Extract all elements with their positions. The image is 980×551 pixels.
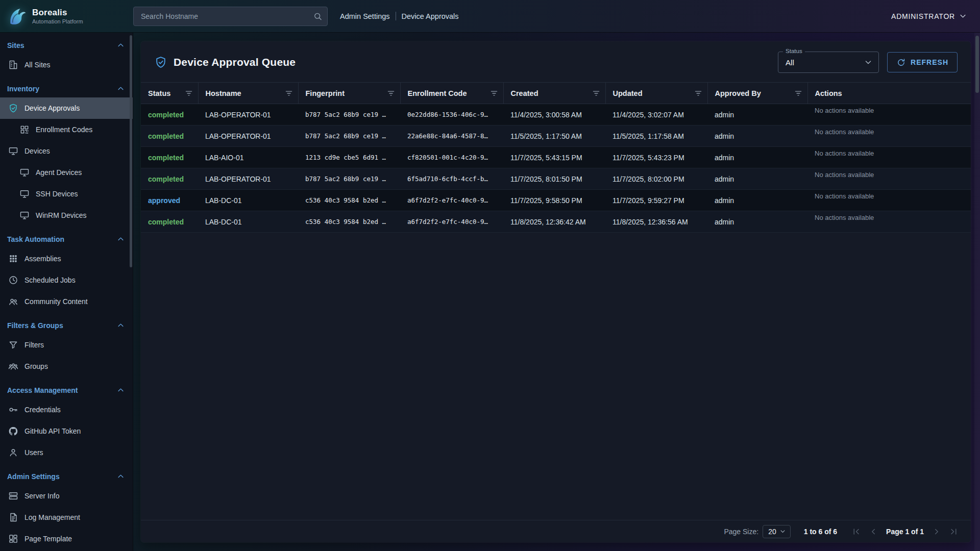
last-page-button[interactable] [946, 524, 962, 539]
sidebar-item-label: Filters [24, 341, 44, 349]
page-size-label: Page Size: [724, 528, 758, 536]
grid-icon [8, 254, 18, 264]
table-row[interactable]: completedLAB-OPERATOR-01b787 5ac2 68b9 c… [141, 126, 971, 147]
column-header-hostname[interactable]: Hostname [198, 83, 298, 104]
table-row[interactable]: completedLAB-OPERATOR-01b787 5ac2 68b9 c… [141, 168, 971, 190]
status-cell: completed [141, 126, 198, 147]
prev-page-button[interactable] [866, 524, 881, 539]
sidebar-item-users[interactable]: Users [0, 442, 133, 463]
sidebar-item-ssh-devices[interactable]: SSH Devices [0, 183, 133, 205]
sidebar-item-label: WinRM Devices [36, 211, 87, 219]
table-header-row: StatusHostnameFingerprintEnrollment Code… [141, 83, 971, 104]
layout-icon [8, 534, 18, 544]
document-icon [8, 512, 18, 522]
filter-list-icon[interactable] [592, 89, 601, 98]
column-header-actions[interactable]: Actions [807, 83, 971, 104]
sidebar-section-admin-settings[interactable]: Admin Settings [0, 466, 133, 485]
column-header-approved-by[interactable]: Approved By [707, 83, 807, 104]
filter-list-icon[interactable] [694, 89, 703, 98]
table-row[interactable]: completedLAB-DC-01c536 40c3 9584 b2ed …a… [141, 211, 971, 233]
enrollment-code-cell: a6f7d2f2-e7fc-40c0-9… [400, 211, 503, 233]
search-input[interactable] [133, 7, 328, 26]
table-row[interactable]: approvedLAB-DC-01c536 40c3 9584 b2ed …a6… [141, 190, 971, 211]
sidebar-item-assemblies[interactable]: Assemblies [0, 248, 133, 269]
sidebar-item-all-sites[interactable]: All Sites [0, 54, 133, 76]
sidebar-item-devices[interactable]: Devices [0, 140, 133, 162]
monitor-icon [19, 189, 30, 199]
column-header-label: Updated [613, 89, 643, 97]
sidebar-item-device-approvals[interactable]: Device Approvals [0, 97, 133, 119]
sidebar-section-filters-groups[interactable]: Filters & Groups [0, 315, 133, 334]
breadcrumb-device-approvals[interactable]: Device Approvals [402, 12, 459, 20]
column-header-status[interactable]: Status [141, 83, 198, 104]
sidebar-section-sites[interactable]: Sites [0, 35, 133, 54]
shell: SitesAll SitesInventoryDevice ApprovalsE… [0, 33, 980, 551]
approved-by-cell: admin [707, 147, 807, 168]
sidebar-item-server-info[interactable]: Server Info [0, 485, 133, 507]
fingerprint-cell: b787 5ac2 68b9 ce19 … [298, 168, 400, 190]
filter-list-icon[interactable] [386, 89, 396, 98]
sidebar-item-scheduled-jobs[interactable]: Scheduled Jobs [0, 269, 133, 291]
actions-cell: No actions available [807, 126, 971, 147]
enrollment-code-cell: 0e22dd86-1536-406c-9… [400, 104, 503, 126]
enrollment-code-cell: 6f5ad710-6cfb-4ccf-b… [400, 168, 503, 190]
created-cell: 11/7/2025, 5:43:15 PM [503, 147, 605, 168]
breadcrumb-admin-settings[interactable]: Admin Settings [340, 12, 390, 20]
filter-list-icon[interactable] [489, 89, 499, 98]
table-row[interactable]: completedLAB-AIO-011213 cd9e cbe5 6d91 …… [141, 147, 971, 168]
sidebar-item-winrm-devices[interactable]: WinRM Devices [0, 205, 133, 226]
brand-text: Borealis Automation Platform [32, 8, 83, 24]
filter-list-icon[interactable] [794, 89, 803, 98]
column-header-created[interactable]: Created [503, 83, 605, 104]
status-cell: completed [141, 168, 198, 190]
funnel-icon [8, 340, 18, 350]
updated-cell: 11/8/2025, 12:36:56 AM [605, 211, 707, 233]
first-page-icon [851, 527, 861, 537]
created-cell: 11/7/2025, 9:58:50 PM [503, 190, 605, 211]
column-header-enrollment-code[interactable]: Enrollment Code [400, 83, 503, 104]
table-body: completedLAB-OPERATOR-01b787 5ac2 68b9 c… [141, 104, 971, 233]
sidebar-section-inventory[interactable]: Inventory [0, 78, 133, 97]
status-filter-select[interactable]: Status All [778, 52, 879, 73]
chevron-up-icon [116, 40, 126, 50]
table-row[interactable]: completedLAB-OPERATOR-01b787 5ac2 68b9 c… [141, 104, 971, 126]
sidebar-section-label: Task Automation [7, 235, 64, 243]
page-scrollbar[interactable] [975, 36, 979, 93]
sidebar-item-label: Assemblies [24, 255, 61, 263]
sidebar-nav: SitesAll SitesInventoryDevice ApprovalsE… [0, 35, 133, 549]
sidebar-section-task-automation[interactable]: Task Automation [0, 229, 133, 248]
user-menu[interactable]: ADMINISTRATOR [891, 11, 980, 21]
updated-cell: 11/7/2025, 9:59:27 PM [605, 190, 707, 211]
approval-table: StatusHostnameFingerprintEnrollment Code… [141, 82, 971, 233]
approved-by-cell: admin [707, 190, 807, 211]
column-header-label: Hostname [206, 89, 241, 97]
sidebar-section-label: Access Management [7, 386, 78, 394]
next-page-button[interactable] [929, 524, 944, 539]
sidebar-item-groups[interactable]: Groups [0, 356, 133, 377]
page-size-select[interactable]: 20 [763, 525, 791, 538]
column-header-fingerprint[interactable]: Fingerprint [298, 83, 400, 104]
filter-list-icon[interactable] [284, 89, 293, 98]
refresh-button[interactable]: REFRESH [887, 52, 958, 72]
sidebar-item-log-management[interactable]: Log Management [0, 507, 133, 528]
sidebar-item-filters[interactable]: Filters [0, 334, 133, 356]
brand: Borealis Automation Platform [0, 6, 133, 27]
filter-list-icon[interactable] [184, 89, 193, 98]
enrollment-code-cell: a6f7d2f2-e7fc-40c0-9… [400, 190, 503, 211]
sidebar-scrollbar[interactable] [130, 35, 132, 267]
sidebar-item-agent-devices[interactable]: Agent Devices [0, 162, 133, 183]
first-page-button[interactable] [848, 524, 864, 539]
fingerprint-cell: b787 5ac2 68b9 ce19 … [298, 126, 400, 147]
pagination-bar: Page Size: 20 1 to 6 of 6 Page 1 of 1 [141, 520, 971, 542]
sidebar-item-community-content[interactable]: Community Content [0, 291, 133, 312]
fingerprint-cell: b787 5ac2 68b9 ce19 … [298, 104, 400, 126]
approved-by-cell: admin [707, 211, 807, 233]
sidebar-item-page-template[interactable]: Page Template [0, 528, 133, 549]
sidebar-item-credentials[interactable]: Credentials [0, 399, 133, 420]
sidebar-item-enrollment-codes[interactable]: Enrollment Codes [0, 119, 133, 140]
approved-by-cell: admin [707, 168, 807, 190]
column-header-updated[interactable]: Updated [605, 83, 707, 104]
sidebar-item-github-api-token[interactable]: GitHub API Token [0, 420, 133, 442]
refresh-icon [896, 58, 906, 67]
sidebar-section-access-management[interactable]: Access Management [0, 380, 133, 399]
